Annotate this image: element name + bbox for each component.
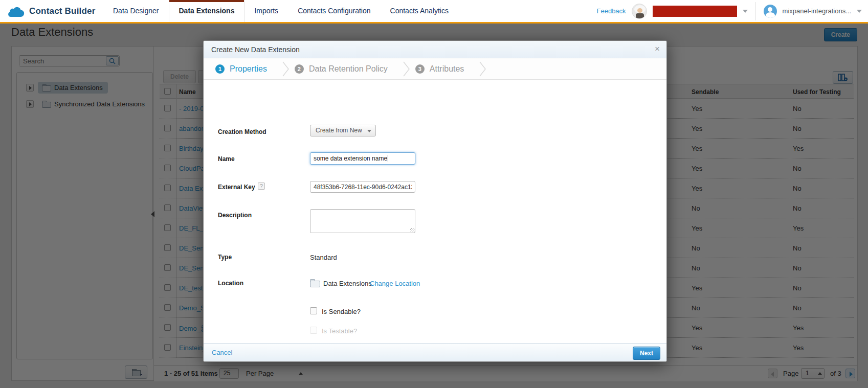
step-number-badge: 1 xyxy=(215,64,225,74)
name-input-value: some data extension name xyxy=(314,155,387,162)
resize-handle[interactable] xyxy=(410,228,415,233)
external-key-input[interactable] xyxy=(310,181,415,193)
modal-footer: Cancel Next xyxy=(204,343,666,361)
chevron-down-icon[interactable] xyxy=(743,10,748,13)
user-avatar-icon[interactable] xyxy=(764,5,777,18)
nav-tab-label: Data Designer xyxy=(113,7,159,15)
step-label: Attributes xyxy=(430,64,464,74)
text-cursor xyxy=(388,155,388,162)
location-label: Location xyxy=(218,280,243,287)
brand-name: Contact Builder xyxy=(29,6,96,16)
step-chevron-icon xyxy=(479,61,486,77)
name-label: Name xyxy=(218,155,235,163)
wizard-step[interactable]: 2 Data Retention Policy xyxy=(295,61,415,77)
dropdown-caret-icon xyxy=(367,130,371,132)
redacted-account-block[interactable] xyxy=(653,6,737,17)
avatar-suit xyxy=(636,13,644,19)
nav-tab[interactable]: Data Designer xyxy=(103,0,169,22)
nav-tab[interactable]: Contacts Analytics xyxy=(381,0,458,22)
type-label: Type xyxy=(218,254,232,261)
step-number-badge: 2 xyxy=(295,64,304,74)
step-chevron-icon xyxy=(403,61,410,77)
nav-tab-label: Contacts Analytics xyxy=(390,7,449,15)
nav-tab-label: Imports xyxy=(254,7,278,15)
is-sendable-label: Is Sendable? xyxy=(322,308,361,315)
creation-method-value: Create from New xyxy=(316,127,362,134)
step-label: Data Retention Policy xyxy=(309,64,388,74)
next-button[interactable]: Next xyxy=(633,347,660,360)
einstein-avatar[interactable] xyxy=(632,4,647,19)
modal-body: Creation Method Create from New Name som… xyxy=(204,80,666,343)
creation-method-label: Creation Method xyxy=(218,128,266,135)
name-input[interactable]: some data extension name xyxy=(310,152,415,165)
modal-title: Create New Data Extension xyxy=(211,45,300,54)
wizard-steps: 1 Properties 2 Data Retention Policy 3 xyxy=(204,58,666,80)
help-icon[interactable]: ? xyxy=(258,182,265,190)
location-folder-icon xyxy=(310,279,319,286)
nav-right-cluster: Feedback mixpanel-integrations... xyxy=(597,0,862,22)
is-testable-label: Is Testable? xyxy=(322,327,357,335)
step-number-badge: 3 xyxy=(415,64,425,74)
nav-tab[interactable]: Data Extensions xyxy=(169,0,245,22)
account-chevron-down-icon[interactable] xyxy=(857,10,862,13)
nav-tab[interactable]: Imports xyxy=(244,0,288,22)
top-nav: Contact Builder Data Designer Data Exten… xyxy=(0,0,868,24)
wizard-step[interactable]: 1 Properties xyxy=(215,61,295,77)
create-data-extension-modal: Create New Data Extension × 1 Properties… xyxy=(203,40,667,362)
feedback-link[interactable]: Feedback xyxy=(597,7,626,15)
user-avatar-head xyxy=(768,7,772,12)
location-value: Data Extensions xyxy=(323,280,372,287)
nav-tab-label: Contacts Configuration xyxy=(298,7,370,15)
nav-tab-label: Data Extensions xyxy=(179,7,235,15)
description-label: Description xyxy=(218,212,252,219)
nav-tab[interactable]: Contacts Configuration xyxy=(288,0,380,22)
nav-tabs: Data Designer Data Extensions Imports Co… xyxy=(103,0,458,22)
step-chevron-icon xyxy=(282,61,290,77)
cancel-link[interactable]: Cancel xyxy=(212,349,232,356)
close-icon[interactable]: × xyxy=(655,44,660,54)
nav-divider xyxy=(755,2,756,20)
is-sendable-checkbox[interactable] xyxy=(310,307,317,314)
description-textarea[interactable] xyxy=(310,209,415,233)
type-value: Standard xyxy=(310,254,337,261)
wizard-step[interactable]: 3 Attributes xyxy=(415,61,492,77)
creation-method-dropdown[interactable]: Create from New xyxy=(310,125,376,136)
external-key-label: External Key xyxy=(218,184,255,191)
account-name[interactable]: mixpanel-integrations... xyxy=(783,7,851,15)
cloud-logo-icon xyxy=(7,6,25,17)
app-root: Contact Builder Data Designer Data Exten… xyxy=(0,0,868,388)
is-testable-checkbox xyxy=(310,327,317,334)
modal-header: Create New Data Extension × xyxy=(204,41,666,58)
step-label: Properties xyxy=(230,64,267,74)
avatar-face xyxy=(637,8,642,13)
user-avatar-body xyxy=(766,12,775,18)
brand[interactable]: Contact Builder xyxy=(7,0,96,22)
change-location-link[interactable]: Change Location xyxy=(370,280,420,287)
